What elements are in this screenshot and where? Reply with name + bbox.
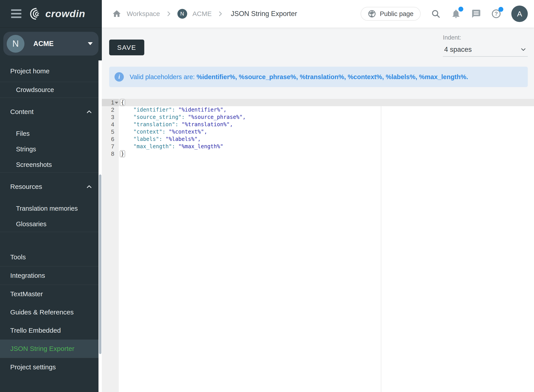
editor-line[interactable]: 2 "identifier": "%identifier%", [102, 106, 534, 114]
sidebar-item-project-settings[interactable]: Project settings [0, 358, 102, 376]
sidebar-item-integrations[interactable]: Integrations [0, 266, 102, 285]
sidebar-item-label: Tools [10, 253, 26, 261]
sidebar-item-project-home[interactable]: Project home [0, 61, 102, 82]
help-button[interactable]: ? [491, 9, 501, 19]
chevron-up-icon [85, 108, 93, 116]
plain-token [165, 129, 169, 135]
sidebar-item-label: Screenshots [16, 161, 52, 168]
sidebar-item-label: Trello Embedded [10, 327, 61, 334]
banner-prefix: Valid placeholders are: [130, 73, 195, 80]
sidebar-item-files[interactable]: Files [0, 126, 102, 141]
sidebar-item-textmaster[interactable]: TextMaster [0, 285, 102, 303]
sidebar-item-strings[interactable]: Strings [0, 141, 102, 157]
sidebar-item-label: Integrations [10, 272, 45, 279]
sidebar-item-label: Guides & References [10, 308, 74, 316]
code-editor[interactable]: 1{2 "identifier": "%identifier%",3 "sour… [102, 99, 534, 392]
help-dot [498, 7, 503, 12]
placeholder-token: %context%, [348, 73, 384, 80]
chevron-right-icon [165, 10, 172, 17]
sidebar-item-label: Strings [16, 145, 36, 153]
sidebar-item-screenshots[interactable]: Screenshots [0, 157, 102, 173]
breadcrumb-project[interactable]: ACME [192, 10, 212, 18]
hamburger-menu-icon[interactable] [11, 9, 21, 18]
plain-token [178, 121, 181, 128]
plain-token [162, 136, 165, 142]
json-value-token: "%identifier%", [178, 107, 227, 113]
home-icon[interactable] [112, 9, 121, 19]
crowdin-wordmark: crowdin [45, 8, 85, 19]
sidebar-item-label: TextMaster [10, 290, 43, 298]
editor-line[interactable]: 4 "translation": "%translation%", [102, 121, 534, 128]
sidebar-divider [0, 232, 102, 232]
editor-line[interactable]: 7 "max_length": "%max_length%" [102, 143, 534, 150]
plain-token [121, 107, 133, 113]
sidebar-item-label: Project settings [10, 363, 56, 371]
sidebar-item-guides-references[interactable]: Guides & References [0, 303, 102, 321]
caret-down-icon [88, 42, 93, 45]
public-page-button[interactable]: Public page [361, 7, 421, 21]
sidebar-item-json-string-exporter[interactable]: JSON String Exporter [0, 340, 102, 358]
crowdin-mark-icon [29, 7, 44, 21]
topbar-actions: Public page [361, 5, 528, 22]
sidebar-scrollbar-track[interactable] [98, 61, 102, 392]
sidebar-item-tools[interactable]: Tools [0, 248, 102, 266]
search-button[interactable] [431, 9, 441, 19]
chevron-right-icon [217, 10, 224, 17]
svg-text:?: ? [495, 11, 498, 17]
sidebar-item-label: JSON String Exporter [10, 345, 74, 352]
indent-select[interactable]: 4 spaces [443, 46, 528, 57]
json-key-token: "identifier": [133, 107, 175, 113]
editor-line[interactable]: 1{ [102, 99, 534, 106]
line-number: 5 [102, 128, 119, 135]
sidebar-item-label: Glossaries [16, 220, 47, 228]
editor-line[interactable]: 5 "context": "%context%", [102, 128, 534, 135]
fold-caret-icon[interactable] [115, 102, 118, 104]
plain-token [121, 121, 133, 128]
plain-token [175, 107, 178, 113]
line-number: 1 [102, 99, 119, 106]
placeholder-token: %source_phrase%, [239, 73, 298, 80]
page-title: JSON String Exporter [231, 10, 297, 18]
placeholder-token: %translation%, [300, 73, 346, 80]
project-selector[interactable]: N ACME [3, 32, 98, 56]
line-number: 8 [102, 150, 119, 158]
sidebar-scrollbar-thumb[interactable] [99, 174, 101, 354]
topbar: Workspace N ACME JSON String Exporter Pu… [102, 0, 534, 28]
json-value-token: "%translation%", [182, 121, 233, 128]
line-number: 2 [102, 106, 119, 114]
chevron-down-icon [520, 46, 527, 53]
sidebar-item-trello-embedded[interactable]: Trello Embedded [0, 321, 102, 340]
notifications-button[interactable] [451, 9, 461, 19]
save-button[interactable]: SAVE [109, 40, 144, 55]
project-name: ACME [33, 40, 88, 48]
breadcrumb-workspace[interactable]: Workspace [127, 10, 160, 18]
line-number: 3 [102, 114, 119, 121]
sidebar-item-crowdsource[interactable]: Crowdsource [0, 82, 102, 98]
placeholder-token: %labels%, [386, 73, 417, 80]
chevron-up-icon [85, 183, 93, 191]
sidebar-item-content[interactable]: Content [0, 98, 102, 126]
json-value-token: "%labels%", [165, 136, 201, 142]
line-number: 6 [102, 135, 119, 143]
info-icon: i [114, 72, 124, 82]
main-content: SAVE Indent: 4 spaces i Valid placeholde… [102, 28, 534, 392]
code-line-text: "context": "%context%", [119, 128, 207, 135]
sidebar-item-resources[interactable]: Resources [0, 173, 102, 201]
sidebar-item-glossaries[interactable]: Glossaries [0, 216, 102, 232]
sidebar: crowdin N ACME Project homeCrowdsourceCo… [0, 0, 102, 392]
editor-line[interactable]: 3 "source_string": "%source_phrase%", [102, 114, 534, 121]
plain-token [175, 143, 178, 149]
crowdin-logo[interactable]: crowdin [29, 7, 85, 21]
user-avatar[interactable]: A [511, 5, 528, 22]
editor-line[interactable]: 8} [102, 150, 534, 158]
placeholder-token: %max_length%. [419, 73, 468, 80]
messages-button[interactable] [471, 9, 481, 19]
code-line-text: "max_length": "%max_length%" [119, 143, 223, 150]
json-key-token: "source_string": [133, 114, 185, 120]
notification-dot [459, 7, 463, 12]
code-line-text: "translation": "%translation%", [119, 121, 233, 128]
sidebar-item-label: Translation memories [16, 205, 78, 212]
sidebar-item-label: Project home [10, 67, 50, 75]
sidebar-item-translation-memories[interactable]: Translation memories [0, 201, 102, 216]
editor-line[interactable]: 6 "labels": "%labels%", [102, 135, 534, 143]
